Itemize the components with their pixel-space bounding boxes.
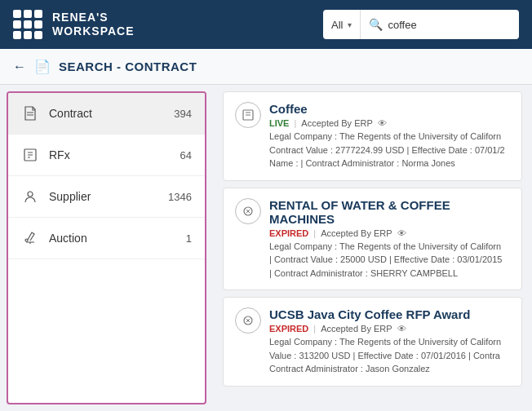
result-title: UCSB Java City Coffee RFP Award [269,307,510,321]
result-title: RENTAL OF WATER & COFFEE MACHINES [269,198,510,226]
sidebar-item-supplier[interactable]: Supplier 1346 [8,176,205,218]
result-meta-1: Legal Company : The Regents of the Unive… [269,240,510,254]
result-meta-2: Contract Value : 2777224.99 USD | Effect… [269,144,510,157]
logo-cell [24,20,32,29]
rfx-icon [21,146,39,164]
contract-label: Contract [49,107,164,120]
result-status-row: LIVE | Accepted By ERP 👁 [269,118,510,128]
status-badge: EXPIRED [269,228,308,238]
chevron-down-icon: ▾ [348,20,352,29]
logo-cell [24,31,32,39]
result-card[interactable]: UCSB Java City Coffee RFP Award EXPIRED … [223,297,522,387]
logo-grid [13,10,42,39]
eye-icon: 👁 [378,118,387,128]
search-icon: 🔍 [369,18,383,31]
result-meta-3: | Contract Administrator : SHERRY CAMPBE… [269,267,510,281]
result-title: Coffee [269,102,510,116]
sidebar: Contract 394 RFx 64 [7,91,206,404]
logo-cell [34,10,42,18]
pipe-divider: | [294,118,296,128]
status-badge: EXPIRED [269,324,308,334]
auction-icon [21,229,39,247]
search-value: coffee [388,19,416,31]
result-meta-3: Contract Administrator : Jason Gonzalez [269,362,510,376]
dropdown-label: All [331,19,343,31]
eye-icon: 👁 [397,228,406,238]
supplier-count: 1346 [168,191,192,203]
result-content: RENTAL OF WATER & COFFEE MACHINES EXPIRE… [269,198,510,281]
result-meta-3: Name : | Contract Administrator : Norma … [269,157,510,170]
contract-icon [21,104,39,122]
logo-cell [13,20,21,29]
logo-cell [24,10,32,18]
sidebar-item-auction[interactable]: Auction 1 [8,218,205,259]
status-badge: LIVE [269,118,289,128]
page-title: SEARCH - CONTRACT [59,60,197,73]
result-meta-1: Legal Company : The Regents of the Unive… [269,130,510,144]
search-type-dropdown[interactable]: All ▾ [323,10,361,39]
auction-count: 1 [186,232,192,245]
contract-count: 394 [174,108,192,120]
logo-cell [13,31,21,39]
eye-icon: 👁 [397,324,406,334]
results-panel: Coffee LIVE | Accepted By ERP 👁 Legal Co… [213,85,532,411]
supplier-icon [21,188,39,206]
search-input-area[interactable]: 🔍 coffee [361,18,519,31]
pipe-divider: | [313,228,316,238]
result-icon [235,102,261,128]
app-header: RENEA'S WORKSPACE All ▾ 🔍 coffee [0,0,532,49]
logo-cell [13,10,21,18]
search-bar[interactable]: All ▾ 🔍 coffee [323,10,519,39]
result-header: RENTAL OF WATER & COFFEE MACHINES EXPIRE… [235,198,510,281]
result-header: UCSB Java City Coffee RFP Award EXPIRED … [235,307,510,376]
result-icon [235,307,261,334]
result-card[interactable]: Coffee LIVE | Accepted By ERP 👁 Legal Co… [223,91,522,181]
sidebar-item-contract[interactable]: Contract 394 [8,93,205,135]
sidebar-item-rfx[interactable]: RFx 64 [8,135,205,176]
result-status-row: EXPIRED | Accepted By ERP 👁 [269,324,510,334]
main-content: Contract 394 RFx 64 [0,85,532,411]
pipe-divider: | [313,324,316,334]
rfx-count: 64 [180,149,192,161]
result-meta-2: | Contract Value : 25000 USD | Effective… [269,253,510,267]
result-meta-1: Legal Company : The Regents of the Unive… [269,335,510,349]
logo-cell [34,31,42,39]
subheader: ← 📄 SEARCH - CONTRACT [0,49,532,85]
result-meta-2: Value : 313200 USD | Effective Date : 07… [269,349,510,363]
result-icon [235,198,261,224]
accepted-text: Accepted By ERP [301,118,372,128]
supplier-label: Supplier [49,190,158,203]
result-content: Coffee LIVE | Accepted By ERP 👁 Legal Co… [269,102,510,170]
back-button[interactable]: ← [13,60,26,74]
accepted-text: Accepted By ERP [321,324,392,334]
result-status-row: EXPIRED | Accepted By ERP 👁 [269,228,510,238]
brand-name: RENEA'S WORKSPACE [52,11,135,38]
accepted-text: Accepted By ERP [321,228,392,238]
svg-point-9 [25,239,28,241]
svg-point-6 [28,192,33,197]
logo-cell [34,20,42,29]
rfx-label: RFx [49,148,171,161]
result-card[interactable]: RENTAL OF WATER & COFFEE MACHINES EXPIRE… [223,188,522,291]
result-header: Coffee LIVE | Accepted By ERP 👁 Legal Co… [235,102,510,170]
document-icon: 📄 [34,59,51,74]
auction-label: Auction [49,232,176,245]
result-content: UCSB Java City Coffee RFP Award EXPIRED … [269,307,510,376]
